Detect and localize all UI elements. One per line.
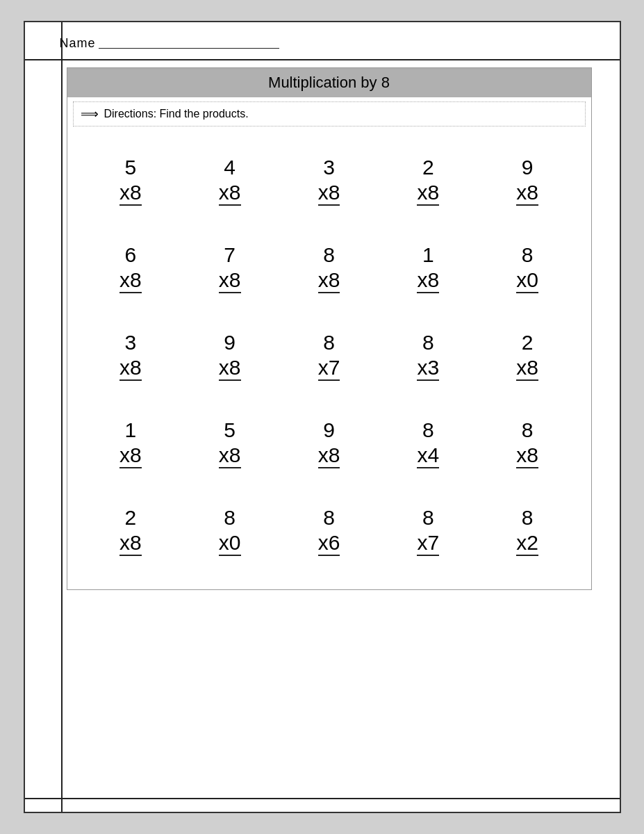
bottom-number: x8 xyxy=(219,357,241,381)
top-number: 8 xyxy=(422,332,434,353)
top-number: 9 xyxy=(224,332,236,353)
top-number: 4 xyxy=(224,157,236,178)
bottom-number: x8 xyxy=(417,182,439,206)
problem-cell: 9x8 xyxy=(478,138,577,225)
bottom-number: x7 xyxy=(417,532,439,556)
problem-cell: 7x8 xyxy=(180,225,279,313)
bottom-number: x8 xyxy=(119,357,142,381)
problem-cell: 8x7 xyxy=(379,488,478,575)
bottom-number: x8 xyxy=(516,445,538,468)
bottom-number: x8 xyxy=(219,182,241,206)
problem-cell: 8x8 xyxy=(478,400,577,488)
problem-cell: 5x8 xyxy=(180,400,279,488)
bottom-number: x8 xyxy=(318,182,340,206)
bottom-number: x0 xyxy=(219,532,241,556)
top-number: 1 xyxy=(125,420,137,441)
bottom-number: x8 xyxy=(516,182,538,206)
bottom-number: x7 xyxy=(318,357,340,381)
arrow-icon: ⟹ xyxy=(81,106,99,122)
problem-cell: 3x8 xyxy=(81,313,181,400)
problem-cell: 1x8 xyxy=(81,400,181,488)
top-number: 5 xyxy=(224,420,236,441)
bottom-number: x8 xyxy=(219,445,241,468)
top-number: 9 xyxy=(323,420,335,441)
problem-cell: 8x0 xyxy=(478,225,577,313)
directions-bar: ⟹ Directions: Find the products. xyxy=(73,101,586,126)
top-number: 3 xyxy=(125,332,137,353)
name-label: Name xyxy=(60,36,96,51)
worksheet-title: Multiplication by 8 xyxy=(67,68,591,97)
top-number: 8 xyxy=(323,332,335,353)
bottom-number: x6 xyxy=(318,532,340,556)
problem-cell: 8x2 xyxy=(478,488,577,575)
problem-cell: 1x8 xyxy=(379,225,478,313)
name-line: Name xyxy=(60,36,599,51)
bottom-number: x8 xyxy=(417,270,439,293)
content-box: Multiplication by 8 ⟹ Directions: Find t… xyxy=(67,67,592,590)
name-underline xyxy=(99,48,279,49)
problem-cell: 2x8 xyxy=(81,488,181,575)
problem-cell: 8x7 xyxy=(279,313,379,400)
bottom-number: x8 xyxy=(119,270,142,293)
top-number: 7 xyxy=(224,245,236,265)
top-number: 2 xyxy=(125,507,137,528)
top-number: 8 xyxy=(422,420,434,441)
top-number: 1 xyxy=(422,245,434,265)
bottom-number: x8 xyxy=(119,182,142,206)
problem-cell: 2x8 xyxy=(478,313,577,400)
problem-cell: 4x8 xyxy=(180,138,279,225)
bottom-number: x2 xyxy=(516,532,538,556)
top-number: 9 xyxy=(522,157,534,178)
problems-grid: 5x84x83x82x89x86x87x88x81x88x03x89x88x78… xyxy=(67,131,591,589)
top-number: 8 xyxy=(323,507,335,528)
bottom-number: x0 xyxy=(516,270,538,293)
bottom-number: x8 xyxy=(119,445,142,468)
problem-cell: 8x0 xyxy=(180,488,279,575)
top-number: 8 xyxy=(224,507,236,528)
top-number: 3 xyxy=(323,157,335,178)
worksheet-page: Name Multiplication by 8 ⟹ Directions: F… xyxy=(24,21,621,813)
bottom-number: x3 xyxy=(417,357,439,381)
top-number: 8 xyxy=(323,245,335,265)
problem-cell: 8x8 xyxy=(279,225,379,313)
problem-cell: 8x4 xyxy=(379,400,478,488)
top-number: 2 xyxy=(422,157,434,178)
problem-cell: 5x8 xyxy=(81,138,181,225)
bottom-number: x4 xyxy=(417,445,439,468)
problem-cell: 8x6 xyxy=(279,488,379,575)
top-number: 6 xyxy=(125,245,137,265)
problem-cell: 6x8 xyxy=(81,225,181,313)
bottom-number: x8 xyxy=(516,357,538,381)
problem-cell: 2x8 xyxy=(379,138,478,225)
problem-cell: 9x8 xyxy=(180,313,279,400)
top-number: 2 xyxy=(522,332,534,353)
top-number: 8 xyxy=(522,507,534,528)
top-number: 8 xyxy=(422,507,434,528)
bottom-number: x8 xyxy=(219,270,241,293)
bottom-number: x8 xyxy=(318,270,340,293)
directions-text: Directions: Find the products. xyxy=(104,108,249,120)
bottom-number: x8 xyxy=(318,445,340,468)
bottom-number: x8 xyxy=(119,532,142,556)
problem-cell: 8x3 xyxy=(379,313,478,400)
top-number: 8 xyxy=(522,245,534,265)
top-number: 5 xyxy=(125,157,137,178)
problem-cell: 3x8 xyxy=(279,138,379,225)
problem-cell: 9x8 xyxy=(279,400,379,488)
top-number: 8 xyxy=(522,420,534,441)
top-rule xyxy=(25,59,620,60)
